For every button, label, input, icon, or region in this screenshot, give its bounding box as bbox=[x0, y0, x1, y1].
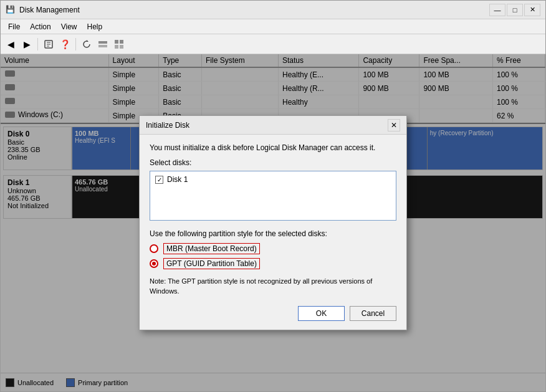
refresh-button[interactable] bbox=[79, 37, 94, 52]
select-disks-label: Select disks: bbox=[150, 158, 396, 167]
toolbar-separator-1 bbox=[37, 38, 38, 50]
view2-button[interactable] bbox=[112, 37, 127, 52]
mbr-radio[interactable] bbox=[150, 244, 158, 253]
view1-button[interactable] bbox=[95, 37, 110, 52]
mbr-option[interactable]: MBR (Master Boot Record) bbox=[150, 243, 396, 254]
dialog-buttons: OK Cancel bbox=[150, 306, 396, 321]
cancel-button[interactable]: Cancel bbox=[350, 306, 396, 321]
help-button[interactable]: ❓ bbox=[57, 37, 72, 52]
menu-bar: File Action View Help bbox=[1, 19, 545, 34]
menu-action[interactable]: Action bbox=[25, 21, 55, 33]
menu-help[interactable]: Help bbox=[82, 21, 108, 33]
disk1-checkbox[interactable] bbox=[155, 176, 163, 184]
modal-overlay: Initialize Disk ✕ You must initialize a … bbox=[1, 54, 545, 391]
app-icon: 💾 bbox=[6, 5, 16, 15]
minimize-button[interactable]: — bbox=[489, 4, 505, 16]
partition-style-radio-group: MBR (Master Boot Record) GPT (GUID Parti… bbox=[150, 243, 396, 269]
title-bar-left: 💾 Disk Management bbox=[6, 5, 80, 15]
svg-rect-5 bbox=[98, 41, 107, 44]
menu-file[interactable]: File bbox=[3, 21, 25, 33]
dialog-close-button[interactable]: ✕ bbox=[388, 119, 400, 131]
properties-button[interactable] bbox=[41, 37, 56, 52]
gpt-radio-inner bbox=[152, 262, 156, 265]
back-button[interactable]: ◀ bbox=[3, 37, 18, 52]
gpt-option[interactable]: GPT (GUID Partition Table) bbox=[150, 258, 396, 269]
close-button[interactable]: ✕ bbox=[524, 4, 540, 16]
title-bar-controls: — □ ✕ bbox=[489, 4, 540, 16]
menu-view[interactable]: View bbox=[56, 21, 82, 33]
mbr-label: MBR (Master Boot Record) bbox=[163, 243, 260, 254]
gpt-radio[interactable] bbox=[150, 259, 158, 268]
svg-rect-7 bbox=[115, 40, 118, 44]
svg-marker-4 bbox=[87, 40, 89, 42]
main-window: 💾 Disk Management — □ ✕ File Action View… bbox=[0, 0, 546, 392]
title-bar: 💾 Disk Management — □ ✕ bbox=[1, 1, 545, 19]
disk-list-box[interactable]: Disk 1 bbox=[150, 171, 396, 221]
window-title: Disk Management bbox=[19, 6, 80, 14]
partition-style-label: Use the following partition style for th… bbox=[150, 229, 396, 238]
note-text: Note: The GPT partition style is not rec… bbox=[150, 277, 396, 296]
svg-rect-8 bbox=[120, 40, 123, 44]
gpt-label: GPT (GUID Partition Table) bbox=[163, 258, 260, 269]
toolbar-separator-2 bbox=[75, 38, 76, 50]
ok-button[interactable]: OK bbox=[298, 306, 345, 321]
dialog-title-bar: Initialize Disk ✕ bbox=[140, 116, 406, 135]
disk1-list-label: Disk 1 bbox=[167, 175, 188, 184]
svg-rect-6 bbox=[98, 45, 107, 47]
dialog-title: Initialize Disk bbox=[146, 121, 189, 130]
dialog-body: You must initialize a disk before Logica… bbox=[140, 135, 406, 330]
dialog-description: You must initialize a disk before Logica… bbox=[150, 143, 396, 152]
initialize-disk-dialog: Initialize Disk ✕ You must initialize a … bbox=[139, 115, 407, 330]
toolbar: ◀ ▶ ❓ bbox=[1, 34, 545, 54]
restore-button[interactable]: □ bbox=[507, 4, 523, 16]
disk-list-item-1[interactable]: Disk 1 bbox=[153, 174, 393, 185]
main-content: Volume Layout Type File System Status Ca… bbox=[1, 54, 545, 391]
forward-button[interactable]: ▶ bbox=[19, 37, 34, 52]
svg-rect-10 bbox=[120, 45, 123, 49]
svg-rect-9 bbox=[115, 45, 118, 49]
